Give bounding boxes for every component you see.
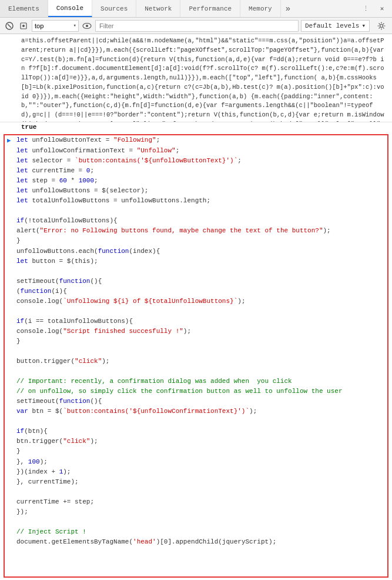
- line-indicator: [7, 246, 16, 256]
- tab-sources[interactable]: Sources: [92, 0, 136, 17]
- line-text: let unfollowConfirmationText = "Unfollow…: [16, 146, 385, 156]
- line-indicator: [7, 236, 16, 246]
- line-indicator: [7, 537, 16, 547]
- code-line: [5, 487, 387, 497]
- more-tabs-button[interactable]: »: [281, 0, 295, 17]
- devtools-more-button[interactable]: ⋮: [359, 2, 372, 15]
- comment-token: // on unfollow, so simply click the conf…: [16, 388, 343, 395]
- line-indicator: [7, 296, 16, 306]
- tab-performance[interactable]: Performance: [180, 0, 240, 17]
- code-line: });: [5, 507, 387, 517]
- str-token: 'head': [133, 538, 156, 545]
- str-token: "click": [75, 358, 102, 365]
- clear-console-icon[interactable]: [4, 20, 15, 32]
- line-text: setTimeout(function(){: [16, 276, 385, 286]
- plain-token: unfollowButtons = $(selector): [32, 187, 144, 194]
- devtools-close-button[interactable]: ✕: [376, 2, 388, 15]
- line-indicator: [7, 196, 16, 206]
- context-select[interactable]: top: [32, 20, 79, 32]
- line-indicator: [7, 457, 16, 467]
- line-indicator: [7, 346, 16, 356]
- settings-icon[interactable]: [374, 19, 388, 33]
- kw-token: let: [16, 136, 32, 144]
- code-line: let totalUnfollowButtons = unfollowButto…: [5, 196, 387, 206]
- str-token: "Following": [113, 136, 156, 144]
- line-indicator: ▶: [7, 135, 16, 146]
- toolbar-icons: ⋮ ✕: [359, 0, 392, 17]
- code-line: if(!totalUnfollowButtons){: [5, 216, 387, 226]
- line-indicator: [7, 467, 16, 477]
- plain-token: button = $(this): [32, 258, 94, 265]
- code-line: btn.trigger("click");: [5, 436, 387, 446]
- code-line: let selector = `button:contains('${unfol…: [5, 156, 387, 166]
- line-indicator: [7, 326, 16, 336]
- tab-console[interactable]: Console: [48, 0, 92, 17]
- preserve-log-icon[interactable]: [18, 20, 29, 32]
- line-text: [16, 416, 385, 426]
- num-token: 1000: [79, 177, 94, 184]
- code-line: // Inject Script !: [5, 527, 387, 537]
- plain-token: unfollowButtons.each(: [16, 248, 98, 255]
- line-indicator: [7, 336, 16, 346]
- template-token: `button:contains('${unfollowConfirmation…: [63, 408, 249, 415]
- code-line: if(btn){: [5, 426, 387, 436]
- line-text: setTimeout(function(){: [16, 396, 385, 406]
- code-line: [5, 366, 387, 376]
- line-text: unfollowButtons.each(function(index){: [16, 246, 385, 256]
- line-text: (function(i){: [16, 286, 385, 296]
- line-indicator: [7, 226, 16, 236]
- line-indicator: [7, 446, 16, 456]
- line-indicator: [7, 376, 16, 386]
- line-indicator: [7, 176, 16, 186]
- plain-token: unfollowConfirmationText =: [32, 147, 136, 154]
- plain-token: }): [16, 508, 24, 515]
- kw-token: let: [16, 187, 32, 194]
- minified-code-text: a=this.offsetParent||cd;while(a&&!m.node…: [21, 37, 384, 122]
- code-line: })(index + 1);: [5, 467, 387, 477]
- default-levels-button[interactable]: Default levels ▾: [301, 20, 370, 32]
- plain-token: *: [67, 177, 79, 184]
- eye-icon[interactable]: [81, 20, 93, 32]
- code-line: let button = $(this);: [5, 256, 387, 266]
- line-text: }: [16, 446, 385, 456]
- line-text: let step = 60 * 1000;: [16, 176, 385, 186]
- svg-line-1: [8, 24, 11, 28]
- kw-token: function: [59, 398, 91, 405]
- kw-token: if: [16, 428, 24, 435]
- context-select-wrapper[interactable]: top ▾: [32, 20, 79, 32]
- str-token: "Error: no Following buttons found, mayb…: [40, 227, 323, 234]
- line-indicator: [7, 316, 16, 326]
- code-line: [5, 306, 387, 316]
- code-line: }: [5, 446, 387, 456]
- kw-token: function: [59, 278, 91, 285]
- plain-token: console.log(: [16, 298, 63, 305]
- code-line: [5, 416, 387, 426]
- line-indicator: [7, 507, 16, 517]
- plain-token: currentTime += step: [16, 498, 90, 505]
- code-editor[interactable]: ▶let unfollowButtonText = "Following";le…: [4, 134, 388, 578]
- line-indicator: [7, 366, 16, 376]
- filter-input[interactable]: [95, 20, 299, 32]
- code-line: alert("Error: no Following buttons found…: [5, 226, 387, 236]
- line-indicator: [7, 517, 16, 527]
- line-text: let selector = `button:contains('${unfol…: [16, 156, 385, 166]
- str-token: "Unfollow": [137, 147, 176, 154]
- true-result-value: true: [21, 124, 36, 131]
- line-indicator: [7, 436, 16, 446]
- comment-token: // Inject Script !: [16, 528, 86, 535]
- tab-memory[interactable]: Memory: [240, 0, 281, 17]
- code-line: currentTime += step;: [5, 497, 387, 507]
- line-indicator: [7, 396, 16, 406]
- svg-point-3: [22, 25, 25, 27]
- tab-elements[interactable]: Elements: [0, 0, 48, 17]
- plain-token: console.log(: [16, 328, 63, 335]
- plain-token: btn = $(: [32, 408, 63, 415]
- line-text: console.log(`Unfollowing ${i} of ${total…: [16, 296, 385, 306]
- line-text: [16, 366, 385, 376]
- code-line: document.getElementsByTagName('head')[0]…: [5, 537, 387, 547]
- str-token: "Script finished succesfully !": [63, 328, 183, 335]
- kw-token: if: [16, 318, 24, 325]
- tab-network[interactable]: Network: [136, 0, 180, 17]
- num-token: 100: [28, 458, 40, 465]
- minified-code-block: a=this.offsetParent||cd;while(a&&!m.node…: [0, 34, 392, 122]
